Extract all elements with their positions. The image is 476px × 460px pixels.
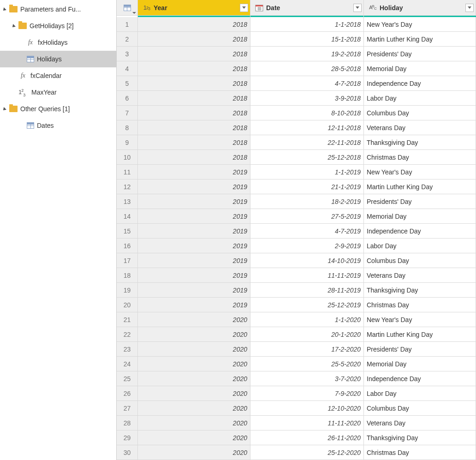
- cell-year[interactable]: 2020: [138, 371, 250, 386]
- cell-date[interactable]: 25-12-2018: [250, 150, 364, 164]
- cell-date[interactable]: 4-7-2019: [250, 224, 364, 238]
- column-filter-button[interactable]: [240, 4, 248, 12]
- row-number-header[interactable]: [117, 0, 138, 15]
- cell-holiday[interactable]: Martin Luther King Day: [364, 327, 476, 341]
- table-row[interactable]: 23202017-2-2020Presidents' Day: [117, 342, 476, 357]
- table-row[interactable]: 29202026-11-2020Thanksgiving Day: [117, 430, 476, 445]
- cell-year[interactable]: 2018: [138, 150, 250, 164]
- row-number-cell[interactable]: 16: [117, 239, 138, 253]
- cell-year[interactable]: 2019: [138, 209, 250, 223]
- cell-year[interactable]: 2019: [138, 179, 250, 194]
- cell-year[interactable]: 2018: [138, 120, 250, 135]
- row-number-cell[interactable]: 3: [117, 47, 138, 61]
- table-row[interactable]: 8201812-11-2018Veterans Day: [117, 120, 476, 135]
- row-number-cell[interactable]: 10: [117, 150, 138, 164]
- cell-date[interactable]: 25-12-2020: [250, 445, 364, 460]
- table-row[interactable]: 2120201-1-2020New Year's Day: [117, 312, 476, 327]
- cell-date[interactable]: 15-1-2018: [250, 32, 364, 46]
- cell-year[interactable]: 2019: [138, 268, 250, 282]
- cell-holiday[interactable]: Veterans Day: [364, 120, 476, 135]
- cell-year[interactable]: 2019: [138, 253, 250, 268]
- cell-date[interactable]: 18-2-2019: [250, 194, 364, 209]
- cell-year[interactable]: 2018: [138, 76, 250, 90]
- tree-root-parameters[interactable]: Parameters and Fu...: [0, 1, 116, 18]
- row-number-cell[interactable]: 20: [117, 298, 138, 312]
- row-number-cell[interactable]: 4: [117, 61, 138, 76]
- table-row[interactable]: 1120191-1-2019New Year's Day: [117, 165, 476, 179]
- cell-date[interactable]: 3-7-2020: [250, 371, 364, 386]
- cell-date[interactable]: 28-5-2018: [250, 61, 364, 76]
- cell-holiday[interactable]: New Year's Day: [364, 17, 476, 31]
- row-number-cell[interactable]: 5: [117, 76, 138, 90]
- tree-group-getholidays[interactable]: GetHolidays [2]: [0, 18, 116, 34]
- row-number-cell[interactable]: 14: [117, 209, 138, 223]
- cell-year[interactable]: 2020: [138, 401, 250, 415]
- row-number-cell[interactable]: 18: [117, 268, 138, 282]
- cell-year[interactable]: 2020: [138, 430, 250, 445]
- cell-year[interactable]: 2019: [138, 283, 250, 297]
- cell-year[interactable]: 2019: [138, 298, 250, 312]
- row-number-cell[interactable]: 2: [117, 32, 138, 46]
- cell-holiday[interactable]: Christmas Day: [364, 298, 476, 312]
- row-number-cell[interactable]: 21: [117, 312, 138, 327]
- table-row[interactable]: 1620192-9-2019Labor Day: [117, 239, 476, 253]
- row-number-cell[interactable]: 12: [117, 179, 138, 194]
- cell-year[interactable]: 2018: [138, 106, 250, 120]
- table-row[interactable]: 12201921-1-2019Martin Luther King Day: [117, 179, 476, 194]
- cell-date[interactable]: 11-11-2019: [250, 268, 364, 282]
- cell-holiday[interactable]: Thanksgiving Day: [364, 283, 476, 297]
- cell-year[interactable]: 2020: [138, 445, 250, 460]
- table-row[interactable]: 4201828-5-2018Memorial Day: [117, 61, 476, 76]
- cell-date[interactable]: 7-9-2020: [250, 386, 364, 400]
- cell-holiday[interactable]: New Year's Day: [364, 312, 476, 327]
- cell-date[interactable]: 8-10-2018: [250, 106, 364, 120]
- cell-date[interactable]: 14-10-2019: [250, 253, 364, 268]
- cell-holiday[interactable]: Columbus Day: [364, 401, 476, 415]
- table-row[interactable]: 14201927-5-2019Memorial Day: [117, 209, 476, 224]
- cell-year[interactable]: 2018: [138, 61, 250, 76]
- cell-holiday[interactable]: Martin Luther King Day: [364, 32, 476, 46]
- tree-group-otherqueries[interactable]: Other Queries [1]: [0, 101, 116, 117]
- cell-date[interactable]: 1-1-2018: [250, 17, 364, 31]
- table-row[interactable]: 30202025-12-2020Christmas Day: [117, 445, 476, 460]
- tree-item-dates[interactable]: Dates: [0, 117, 116, 134]
- column-header-date[interactable]: Date: [250, 0, 364, 15]
- cell-date[interactable]: 17-2-2020: [250, 342, 364, 356]
- cell-year[interactable]: 2020: [138, 327, 250, 341]
- column-header-year[interactable]: 123 Year: [138, 0, 250, 15]
- row-number-cell[interactable]: 7: [117, 106, 138, 120]
- cell-date[interactable]: 21-1-2019: [250, 179, 364, 194]
- cell-year[interactable]: 2018: [138, 32, 250, 46]
- table-row[interactable]: 13201918-2-2019Presidents' Day: [117, 194, 476, 209]
- row-number-cell[interactable]: 17: [117, 253, 138, 268]
- column-filter-button[interactable]: [465, 4, 474, 12]
- table-row[interactable]: 18201911-11-2019Veterans Day: [117, 268, 476, 283]
- cell-holiday[interactable]: Veterans Day: [364, 416, 476, 430]
- table-row[interactable]: 520184-7-2018Independence Day: [117, 76, 476, 91]
- cell-year[interactable]: 2020: [138, 342, 250, 356]
- cell-holiday[interactable]: Memorial Day: [364, 61, 476, 76]
- cell-year[interactable]: 2018: [138, 17, 250, 31]
- cell-year[interactable]: 2020: [138, 416, 250, 430]
- table-row[interactable]: 27202012-10-2020Columbus Day: [117, 401, 476, 416]
- row-number-cell[interactable]: 28: [117, 416, 138, 430]
- table-row[interactable]: 10201825-12-2018Christmas Day: [117, 150, 476, 165]
- cell-year[interactable]: 2018: [138, 91, 250, 105]
- cell-holiday[interactable]: Thanksgiving Day: [364, 135, 476, 149]
- row-number-cell[interactable]: 23: [117, 342, 138, 356]
- cell-holiday[interactable]: Labor Day: [364, 239, 476, 253]
- cell-year[interactable]: 2020: [138, 357, 250, 371]
- cell-holiday[interactable]: Labor Day: [364, 386, 476, 400]
- cell-date[interactable]: 11-11-2020: [250, 416, 364, 430]
- cell-holiday[interactable]: Labor Day: [364, 91, 476, 105]
- cell-holiday[interactable]: New Year's Day: [364, 165, 476, 179]
- cell-holiday[interactable]: Memorial Day: [364, 357, 476, 371]
- table-row[interactable]: 2520203-7-2020Independence Day: [117, 371, 476, 386]
- cell-year[interactable]: 2020: [138, 312, 250, 327]
- cell-date[interactable]: 1-1-2020: [250, 312, 364, 327]
- cell-year[interactable]: 2018: [138, 47, 250, 61]
- row-number-cell[interactable]: 9: [117, 135, 138, 149]
- tree-item-holidays[interactable]: Holidays: [0, 51, 116, 67]
- row-number-cell[interactable]: 13: [117, 194, 138, 209]
- table-row[interactable]: 720188-10-2018Columbus Day: [117, 106, 476, 120]
